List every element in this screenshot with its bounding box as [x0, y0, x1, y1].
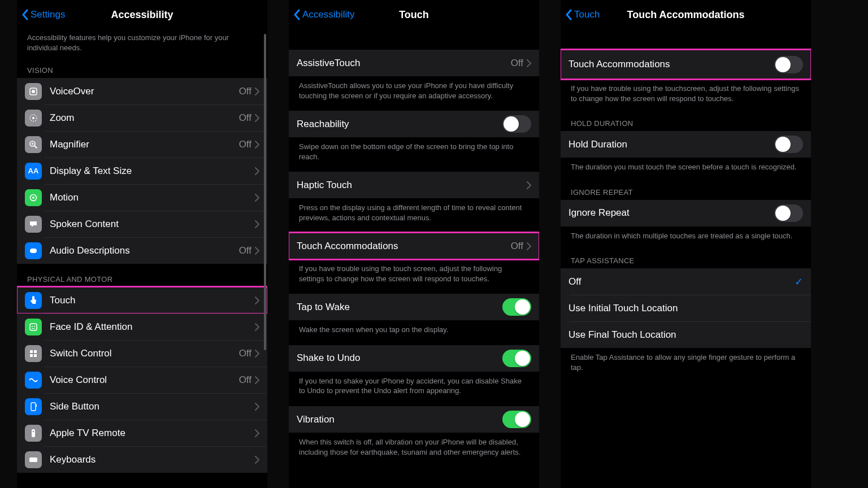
- toggle-shake-to-undo[interactable]: [502, 350, 531, 367]
- navbar: Accessibility Touch: [289, 0, 539, 29]
- row-label: Touch Accommodations: [297, 241, 511, 252]
- scrollbar[interactable]: [264, 34, 266, 350]
- switch-control-icon: [25, 345, 42, 362]
- back-button[interactable]: Touch: [565, 9, 600, 20]
- navbar: Settings Accessibility: [17, 0, 267, 29]
- toggle-hold-duration[interactable]: [774, 136, 803, 153]
- svg-rect-17: [34, 354, 37, 357]
- row-tap-off[interactable]: Off ✓: [561, 268, 811, 295]
- section-ignore-repeat: IGNORE REPEAT: [561, 177, 811, 200]
- row-label: Voice Control: [50, 374, 239, 386]
- row-tap-initial[interactable]: Use Initial Touch Location: [561, 295, 811, 321]
- svg-rect-11: [30, 324, 37, 330]
- row-value: Off: [239, 139, 251, 150]
- row-touch-accommodations-toggle[interactable]: Touch Accommodations: [561, 50, 811, 79]
- row-tap-final[interactable]: Use Final Touch Location: [561, 321, 811, 348]
- chevron-right-icon: [255, 403, 259, 411]
- row-spoken-content[interactable]: Spoken Content: [17, 211, 267, 237]
- faceid-icon: [25, 319, 42, 336]
- row-label: Audio Descriptions: [50, 245, 239, 256]
- row-label: Shake to Undo: [297, 352, 502, 364]
- svg-point-13: [34, 326, 35, 327]
- chevron-left-icon: [21, 9, 29, 20]
- row-voice-control[interactable]: Voice Control Off: [17, 367, 267, 393]
- toggle-tap-to-wake[interactable]: [502, 298, 531, 316]
- chevron-right-icon: [255, 167, 259, 175]
- row-label: Vibration: [297, 414, 502, 425]
- row-faceid-attention[interactable]: Face ID & Attention: [17, 313, 267, 340]
- svg-point-1: [32, 90, 35, 93]
- touch-icon: [25, 292, 42, 309]
- row-label: Display & Text Size: [50, 165, 255, 177]
- back-label: Settings: [31, 9, 65, 20]
- remote-icon: [25, 425, 42, 442]
- motion-icon: [25, 189, 42, 206]
- row-side-button[interactable]: Side Button: [17, 393, 267, 420]
- row-magnifier[interactable]: Magnifier Off: [17, 131, 267, 158]
- back-label: Accessibility: [302, 9, 355, 20]
- row-footer: Swipe down on the bottom edge of the scr…: [289, 137, 539, 166]
- row-footer: AssistiveTouch allows you to use your iP…: [289, 76, 539, 105]
- svg-rect-19: [36, 404, 37, 407]
- chevron-right-icon: [255, 114, 259, 122]
- toggle-vibration[interactable]: [502, 411, 531, 428]
- chevron-right-icon: [255, 247, 259, 255]
- svg-rect-10: [30, 249, 37, 253]
- side-button-icon: [25, 398, 42, 415]
- row-voiceover[interactable]: VoiceOver Off: [17, 78, 267, 104]
- row-switch-control[interactable]: Switch Control Off: [17, 340, 267, 367]
- row-touch[interactable]: Touch: [17, 287, 267, 313]
- row-footer: Wake the screen when you tap on the disp…: [289, 320, 539, 339]
- row-label: Face ID & Attention: [50, 321, 255, 333]
- row-audio-descriptions[interactable]: Audio Descriptions Off: [17, 237, 267, 264]
- row-label: Use Initial Touch Location: [568, 303, 803, 314]
- row-touch-accommodations[interactable]: Touch Accommodations Off: [289, 233, 539, 259]
- chevron-right-icon: [255, 323, 259, 331]
- chevron-right-icon: [255, 220, 259, 228]
- row-zoom[interactable]: Zoom Off: [17, 104, 267, 131]
- toggle-reachability[interactable]: [502, 115, 531, 133]
- row-tap-to-wake[interactable]: Tap to Wake: [289, 294, 539, 320]
- intro-text: Accessibility features help you customiz…: [17, 29, 267, 55]
- row-hold-duration[interactable]: Hold Duration: [561, 131, 811, 158]
- row-label: Side Button: [50, 401, 255, 412]
- zoom-icon: [25, 110, 42, 127]
- toggle-touch-accommodations[interactable]: [774, 56, 803, 73]
- row-ignore-repeat[interactable]: Ignore Repeat: [561, 200, 811, 226]
- chevron-right-icon: [255, 350, 259, 358]
- row-motion[interactable]: Motion: [17, 184, 267, 211]
- row-label: VoiceOver: [50, 86, 239, 97]
- row-label: AssistiveTouch: [297, 58, 511, 69]
- row-assistivetouch[interactable]: AssistiveTouch Off: [289, 50, 539, 76]
- row-value: Off: [511, 58, 523, 69]
- row-haptic-touch[interactable]: Haptic Touch: [289, 172, 539, 198]
- svg-point-9: [32, 197, 34, 199]
- row-appletv-remote[interactable]: Apple TV Remote: [17, 420, 267, 446]
- row-label: Spoken Content: [50, 219, 255, 230]
- row-value: Off: [511, 241, 523, 252]
- row-footer: If you tend to shake your iPhone by acci…: [289, 372, 539, 400]
- text-size-icon: AA: [25, 163, 42, 180]
- svg-point-21: [33, 430, 34, 432]
- row-footer: When this switch is off, all vibration o…: [289, 433, 539, 461]
- row-vibration[interactable]: Vibration: [289, 406, 539, 433]
- back-button[interactable]: Accessibility: [293, 9, 355, 20]
- row-value: Off: [239, 374, 251, 386]
- row-display-text-size[interactable]: AA Display & Text Size: [17, 158, 267, 184]
- row-value: Off: [239, 245, 251, 256]
- row-shake-to-undo[interactable]: Shake to Undo: [289, 345, 539, 372]
- row-keyboards[interactable]: Keyboards: [17, 446, 267, 473]
- voice-control-icon: [25, 372, 42, 389]
- panel-accessibility: Settings Accessibility Accessibility fea…: [17, 0, 267, 488]
- chevron-right-icon: [255, 297, 259, 304]
- back-button[interactable]: Settings: [21, 9, 65, 20]
- row-label: Hold Duration: [568, 139, 774, 150]
- chevron-right-icon: [255, 88, 259, 95]
- row-label: Switch Control: [50, 348, 239, 359]
- chevron-right-icon: [255, 376, 259, 384]
- chevron-right-icon: [527, 59, 531, 67]
- row-value: Off: [239, 112, 251, 124]
- chevron-left-icon: [565, 9, 572, 20]
- toggle-ignore-repeat[interactable]: [774, 204, 803, 222]
- row-reachability[interactable]: Reachability: [289, 111, 539, 137]
